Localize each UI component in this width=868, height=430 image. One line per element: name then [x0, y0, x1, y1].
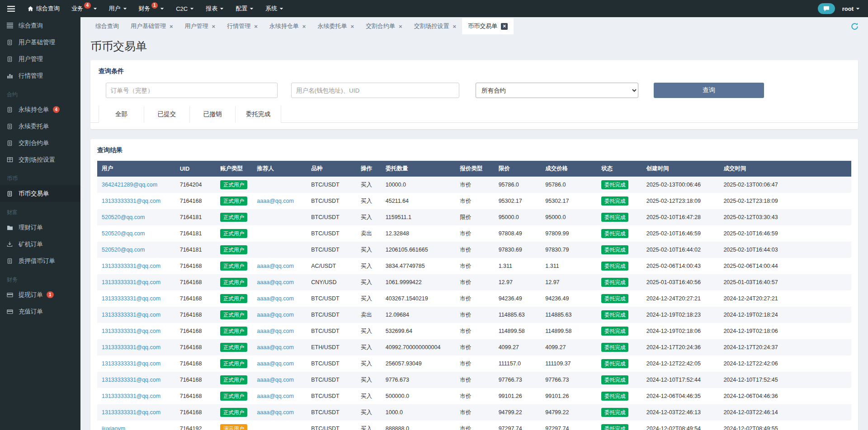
nav-item-1[interactable]: 业务4 — [66, 0, 103, 17]
close-icon[interactable]: × — [254, 23, 258, 29]
close-icon[interactable]: × — [399, 23, 402, 29]
sidebar-item-16[interactable]: 提现订单1 — [0, 286, 80, 303]
filter-tab-1[interactable]: 已提交 — [144, 106, 190, 123]
tab-5[interactable]: 永续委托单× — [311, 18, 360, 34]
sidebar-item-5[interactable]: 永续持仓单4 — [0, 101, 80, 118]
referrer-link[interactable]: aaaa@qq.com — [257, 344, 294, 351]
referrer-link[interactable]: aaaa@qq.com — [257, 377, 294, 383]
hamburger-menu-button[interactable] — [0, 0, 22, 17]
filter-tab-2[interactable]: 已撤销 — [190, 106, 236, 123]
sidebar-item-3[interactable]: 行情管理 — [0, 67, 80, 84]
refresh-button[interactable] — [850, 22, 859, 31]
user-link[interactable]: 13133333331@qq.com — [102, 279, 160, 285]
filter-tab-0[interactable]: 全部 — [99, 106, 144, 123]
user-cell: 13133333331@qq.com — [97, 258, 175, 274]
user-link[interactable]: 13133333331@qq.com — [102, 263, 160, 269]
sidebar-item-7[interactable]: 交割合约单 — [0, 135, 80, 151]
order-number-input[interactable] — [106, 83, 278, 98]
sidebar-item-8[interactable]: 交割场控设置 — [0, 151, 80, 168]
search-button[interactable]: 查询 — [654, 83, 764, 98]
amount-cell: 1000.0 — [381, 404, 456, 421]
tab-7[interactable]: 交割场控设置× — [408, 18, 462, 34]
sidebar-item-0[interactable]: 综合查询 — [0, 17, 80, 34]
deal-price-cell: 95302.17 — [541, 193, 597, 209]
sidebar-item-2[interactable]: 用户管理 — [0, 51, 80, 67]
user-link[interactable]: jiuxiaoym — [102, 425, 125, 430]
limit-price-cell: 97830.69 — [494, 242, 541, 258]
sidebar-item-17[interactable]: 充值订单 — [0, 303, 80, 320]
tab-3[interactable]: 行情管理× — [221, 18, 264, 34]
close-icon[interactable]: × — [350, 23, 354, 29]
sidebar-item-13[interactable]: 矿机订单 — [0, 236, 80, 252]
tab-1[interactable]: 用户基础管理× — [125, 18, 179, 34]
referrer-link[interactable]: aaaa@qq.com — [257, 295, 294, 302]
empty-cell — [796, 307, 851, 323]
user-link[interactable]: 3642421289@qq.com — [102, 182, 157, 188]
tab-4[interactable]: 永续持仓单× — [264, 18, 312, 34]
empty-cell — [796, 209, 851, 225]
symbol-cell: BTC/USDT — [307, 372, 356, 388]
referrer-link[interactable]: aaaa@qq.com — [257, 360, 294, 367]
user-link[interactable]: 13133333331@qq.com — [102, 328, 160, 334]
nav-item-5[interactable]: 报表 — [200, 0, 230, 17]
limit-price-cell: 114899.58 — [494, 323, 541, 339]
nav-item-4[interactable]: C2C — [170, 0, 200, 17]
sidebar-item-1[interactable]: 用户基础管理 — [0, 34, 80, 51]
tab-0[interactable]: 综合查询 — [90, 18, 125, 34]
close-icon[interactable]: × — [453, 23, 457, 29]
referrer-link[interactable]: aaaa@qq.com — [257, 393, 294, 399]
account-type-cell: 正式用户 — [216, 193, 252, 209]
deal-time-cell: 2024-12-10T17:52:45 — [719, 372, 796, 388]
user-link[interactable]: 13133333331@qq.com — [102, 393, 160, 399]
uid-cell: 7164181 — [175, 242, 216, 258]
contract-select[interactable]: 所有合约 — [476, 83, 638, 98]
tab-6[interactable]: 交割合约单× — [360, 18, 408, 34]
referrer-link[interactable]: aaaa@qq.com — [257, 312, 294, 318]
price-type-cell: 市价 — [455, 274, 494, 290]
filter-tab-3[interactable]: 委托完成 — [236, 106, 281, 123]
referrer-link[interactable]: aaaa@qq.com — [257, 198, 294, 204]
referrer-cell: aaaa@qq.com — [252, 339, 307, 355]
user-link[interactable]: 520520@qq.com — [102, 247, 145, 253]
sidebar-item-6[interactable]: 永续委托单 — [0, 118, 80, 135]
nav-item-6[interactable]: 配置 — [230, 0, 259, 17]
amount-cell: 40992.700000000004 — [381, 339, 456, 355]
sidebar-item-10[interactable]: 币币交易单 — [0, 185, 80, 202]
user-menu[interactable]: root — [842, 5, 860, 12]
close-icon[interactable]: × — [302, 23, 306, 29]
user-link[interactable]: 13133333331@qq.com — [102, 312, 160, 318]
tab-8[interactable]: 币币交易单× — [462, 18, 514, 34]
sidebar-item-label: 币币交易单 — [19, 190, 49, 198]
user-link[interactable]: 520520@qq.com — [102, 214, 145, 220]
referrer-link[interactable]: aaaa@qq.com — [257, 328, 294, 334]
sidebar-item-12[interactable]: 理财订单 — [0, 219, 80, 236]
user-link[interactable]: 13133333331@qq.com — [102, 295, 160, 302]
status-badge: 委托完成 — [601, 278, 628, 287]
sidebar-item-14[interactable]: 质押借币订单 — [0, 252, 80, 269]
messages-button[interactable] — [818, 3, 835, 14]
user-link[interactable]: 13133333331@qq.com — [102, 377, 160, 383]
user-link[interactable]: 13133333331@qq.com — [102, 360, 160, 367]
deal-price-cell: 94236.49 — [541, 290, 597, 307]
nav-item-2[interactable]: 用户 — [103, 0, 133, 17]
username-input[interactable] — [291, 83, 459, 98]
referrer-link[interactable]: aaaa@qq.com — [257, 263, 294, 269]
chevron-down-icon — [160, 7, 164, 10]
user-link[interactable]: 13133333331@qq.com — [102, 409, 160, 416]
referrer-cell: aaaa@qq.com — [252, 323, 307, 339]
user-link[interactable]: 13133333331@qq.com — [102, 344, 160, 351]
referrer-link[interactable]: aaaa@qq.com — [257, 279, 294, 285]
user-link[interactable]: 520520@qq.com — [102, 230, 145, 237]
user-cell: 13133333331@qq.com — [97, 323, 175, 339]
tab-2[interactable]: 用户管理× — [179, 18, 222, 34]
nav-item-3[interactable]: 财务1 — [133, 0, 170, 17]
user-link[interactable]: 13133333331@qq.com — [102, 198, 160, 204]
close-icon[interactable]: × — [212, 23, 216, 29]
chevron-down-icon — [220, 7, 224, 10]
referrer-cell: aaaa@qq.com — [252, 388, 307, 404]
nav-item-7[interactable]: 系统 — [259, 0, 289, 17]
close-icon[interactable]: × — [170, 23, 173, 29]
nav-item-0[interactable]: 综合查询 — [22, 0, 66, 17]
close-icon[interactable]: × — [501, 23, 508, 30]
referrer-link[interactable]: aaaa@qq.com — [257, 409, 294, 416]
